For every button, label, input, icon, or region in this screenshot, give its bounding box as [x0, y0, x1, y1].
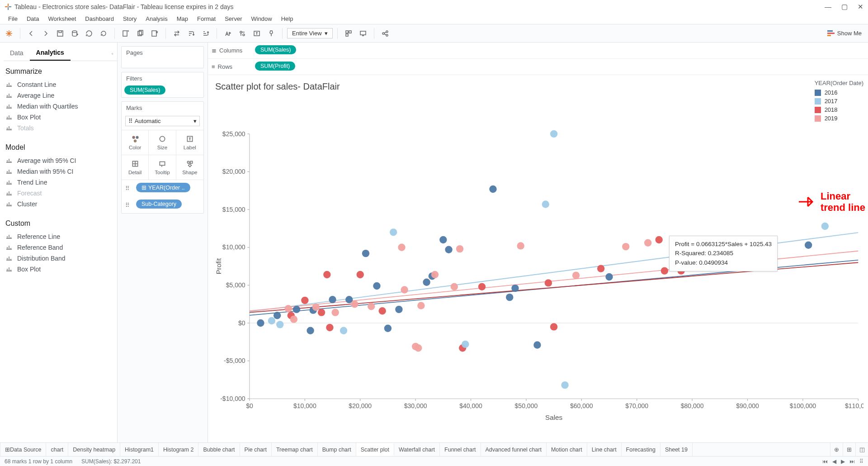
svg-point-132: [622, 243, 629, 250]
viz-title[interactable]: Scatter plot for sales- DataFlair: [212, 80, 863, 95]
analytics-item[interactable]: Box Plot: [4, 264, 117, 275]
sheet-tab[interactable]: chart: [46, 443, 68, 456]
text-label-icon[interactable]: [250, 27, 263, 40]
svg-point-92: [331, 309, 339, 316]
menu-window[interactable]: Window: [246, 15, 276, 22]
sort-desc-icon[interactable]: [199, 27, 212, 40]
svg-point-123: [533, 341, 541, 348]
presentation-mode-icon[interactable]: [357, 27, 369, 40]
menu-dashboard[interactable]: Dashboard: [80, 15, 118, 22]
svg-point-129: [572, 271, 580, 279]
annotation-linear-trend: Linear trend line: [798, 190, 865, 214]
tab-data-source[interactable]: ⊞ Data Source: [0, 443, 46, 456]
show-hide-cards-icon[interactable]: [342, 27, 355, 40]
tableau-home-icon[interactable]: [3, 27, 15, 40]
save-icon[interactable]: [54, 27, 66, 40]
highlight-icon[interactable]: [222, 27, 234, 40]
legend-item[interactable]: 2017: [815, 98, 863, 105]
analytics-item[interactable]: Box Plot: [4, 112, 117, 123]
tab-data[interactable]: Data: [4, 47, 30, 60]
menu-file[interactable]: File: [4, 15, 22, 22]
maximize-button[interactable]: ▢: [841, 3, 848, 11]
analytics-item[interactable]: Trend Line: [4, 177, 117, 188]
duplicate-sheet-icon[interactable]: [134, 27, 146, 40]
mark-pill-year[interactable]: ⊞ YEAR(Order ..: [136, 183, 190, 192]
pin-icon[interactable]: [265, 27, 278, 40]
refresh-icon[interactable]: [97, 27, 110, 40]
svg-rect-28: [190, 161, 193, 163]
show-me-button[interactable]: Show Me: [824, 28, 865, 38]
sheet-tab[interactable]: Density heatmap: [68, 443, 120, 456]
marks-type-dropdown[interactable]: ⠿ Automatic▾: [125, 116, 200, 126]
scatter-chart[interactable]: -$10,000-$5,000$0$5,000$10,000$15,000$20…: [212, 95, 863, 458]
new-datasource-icon[interactable]: [68, 27, 81, 40]
close-button[interactable]: ✕: [858, 3, 863, 11]
svg-point-133: [644, 239, 651, 247]
window-title: Tableau - Electronics store sales- DataF…: [14, 3, 825, 10]
menu-map[interactable]: Map: [172, 15, 193, 22]
svg-text:$20,000: $20,000: [222, 168, 245, 175]
forward-icon[interactable]: [39, 27, 52, 40]
analytics-item[interactable]: Median with 95% CI: [4, 166, 117, 177]
menu-story[interactable]: Story: [118, 15, 141, 22]
mark-pill-subcategory[interactable]: Sub-Category: [136, 200, 182, 209]
new-sheet-icon[interactable]: [119, 27, 132, 40]
analytics-item[interactable]: Forecast: [4, 188, 117, 199]
svg-point-90: [326, 324, 333, 331]
group-icon[interactable]: [236, 27, 249, 40]
tab-analytics[interactable]: Analytics: [30, 46, 71, 61]
menu-analysis[interactable]: Analysis: [141, 15, 172, 22]
pin-pane-icon[interactable]: ◦: [111, 50, 113, 57]
legend-item[interactable]: 2019: [815, 115, 863, 122]
analytics-item[interactable]: Reference Line: [4, 231, 117, 242]
svg-point-127: [550, 130, 557, 138]
analytics-item[interactable]: Totals: [4, 123, 117, 133]
sort-asc-icon[interactable]: [185, 27, 198, 40]
marks-tooltip[interactable]: Tooltip: [149, 155, 176, 180]
columns-pill-sum-sales[interactable]: SUM(Sales): [255, 45, 296, 54]
svg-rect-16: [360, 31, 366, 35]
sheet-tab[interactable]: Histogram1: [120, 443, 159, 456]
sheet-tab[interactable]: Histogram 2: [159, 443, 198, 456]
analytics-item[interactable]: Distribution Band: [4, 253, 117, 264]
analytics-item[interactable]: Reference Band: [4, 242, 117, 253]
svg-point-83: [293, 306, 300, 313]
marks-shape[interactable]: Shape: [176, 155, 203, 180]
menu-help[interactable]: Help: [277, 15, 298, 22]
color-legend[interactable]: YEAR(Order Date) 2016201720182019: [815, 80, 863, 124]
svg-point-23: [160, 136, 165, 141]
svg-rect-6: [123, 31, 127, 36]
fit-dropdown[interactable]: Entire View▾: [287, 28, 333, 38]
svg-point-102: [390, 228, 397, 236]
side-pane: Data Analytics ◦ Summarize Constant Line…: [0, 43, 118, 442]
legend-item[interactable]: 2016: [815, 89, 863, 96]
marks-size[interactable]: Size: [149, 130, 176, 155]
svg-point-135: [661, 267, 668, 274]
rows-pill-sum-profit[interactable]: SUM(Profit): [255, 62, 295, 71]
svg-point-109: [423, 279, 430, 286]
marks-label[interactable]: Label: [176, 130, 203, 155]
marks-detail[interactable]: Detail: [122, 155, 149, 180]
pages-shelf[interactable]: Pages: [122, 47, 203, 59]
menu-server[interactable]: Server: [220, 15, 246, 22]
analytics-item[interactable]: Cluster: [4, 199, 117, 209]
back-icon[interactable]: [25, 27, 38, 40]
shelf-pane: Pages Filters SUM(Sales) Marks ⠿ Automat…: [118, 43, 208, 442]
minimize-button[interactable]: —: [825, 3, 831, 11]
autosave-icon[interactable]: [83, 27, 95, 40]
svg-rect-14: [349, 31, 351, 33]
swap-icon[interactable]: [170, 27, 183, 40]
analytics-item[interactable]: Average Line: [4, 90, 117, 101]
clear-sheet-icon[interactable]: [148, 27, 161, 40]
menu-data[interactable]: Data: [22, 15, 43, 22]
analytics-item[interactable]: Median with Quartiles: [4, 101, 117, 112]
share-icon[interactable]: [379, 27, 392, 40]
marks-color[interactable]: Color: [122, 130, 149, 155]
filters-shelf[interactable]: Filters: [122, 72, 203, 85]
legend-item[interactable]: 2018: [815, 106, 863, 113]
menu-worksheet[interactable]: Worksheet: [43, 15, 80, 22]
menu-format[interactable]: Format: [193, 15, 220, 22]
filter-pill-sum-sales[interactable]: SUM(Sales): [124, 86, 165, 95]
analytics-item[interactable]: Constant Line: [4, 79, 117, 90]
analytics-item[interactable]: Average with 95% CI: [4, 155, 117, 166]
